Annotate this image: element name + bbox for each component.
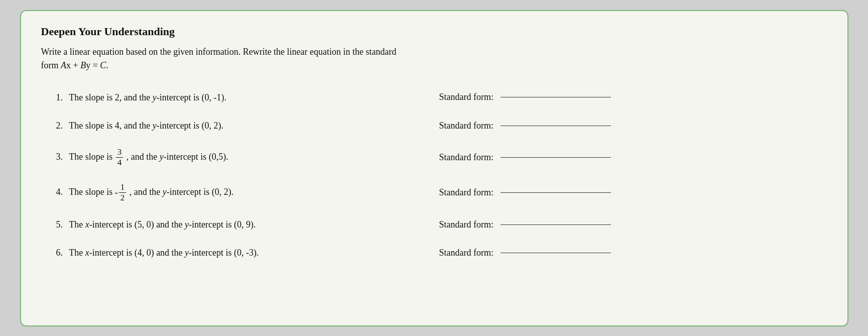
problem-2-right: Standard form:: [434, 111, 827, 140]
problem-3-answer-line: [501, 157, 611, 158]
problem-6-text: The x-intercept is (4, 0) and the y-inte…: [69, 248, 259, 258]
problem-3-text-suffix: , and the y-intercept is (0,5).: [127, 152, 228, 162]
problem-3-left: 3. The slope is 3 4 , and the y-intercep…: [41, 140, 434, 175]
problem-1-number: 1.: [56, 92, 63, 102]
problem-2-text: The slope is 4, and the y-intercept is (…: [69, 121, 223, 131]
problem-4-answer-line: [501, 192, 611, 193]
problem-5-text: The x-intercept is (5, 0) and the y-inte…: [69, 219, 256, 230]
problem-2-number: 2.: [56, 121, 63, 131]
problem-3-standard-label: Standard form:: [439, 152, 493, 163]
problem-6-left: 6. The x-intercept is (4, 0) and the y-i…: [41, 239, 434, 267]
problem-5-standard-label: Standard form:: [439, 219, 493, 230]
problem-1-answer-line: [501, 97, 611, 97]
problem-4-left: 4. The slope is - 1 2 , and the y-interc…: [41, 175, 434, 210]
problem-4-text-prefix: The slope is: [69, 187, 115, 197]
problem-4-neg-fraction: - 1 2: [115, 182, 128, 203]
problems-grid: 1. The slope is 2, and the y-intercept i…: [41, 83, 827, 268]
problem-4-fraction: 1 2: [119, 182, 127, 203]
problem-2-answer-line: [501, 126, 611, 126]
problem-4-minus: -: [115, 185, 118, 200]
problem-1-left: 1. The slope is 2, and the y-intercept i…: [41, 83, 434, 112]
problem-3-fraction-denominator: 4: [116, 158, 123, 168]
problem-4-number: 4.: [56, 187, 63, 197]
problem-6-standard-label: Standard form:: [439, 248, 493, 258]
problem-4-standard-label: Standard form:: [439, 187, 493, 198]
problem-6-right: Standard form:: [434, 239, 827, 267]
problem-2-left: 2. The slope is 4, and the y-intercept i…: [41, 111, 434, 140]
problem-1-right: Standard form:: [434, 83, 827, 112]
problem-3-text-prefix: The slope is: [69, 152, 115, 162]
instructions-line1: Write a linear equation based on the giv…: [41, 47, 397, 57]
problem-4-fraction-numerator: 1: [119, 182, 127, 193]
problem-2-standard-label: Standard form:: [439, 121, 493, 131]
problem-5-number: 5.: [56, 219, 63, 230]
problem-1-standard-label: Standard form:: [439, 92, 493, 102]
problem-3-number: 3.: [56, 152, 63, 162]
section-title: Deepen Your Understanding: [41, 25, 827, 38]
problem-4-text-suffix: , and the y-intercept is (0, 2).: [130, 187, 233, 197]
problem-4-right: Standard form:: [434, 175, 827, 210]
instructions: Write a linear equation based on the giv…: [41, 45, 827, 72]
problem-5-right: Standard form:: [434, 210, 827, 239]
main-card: Deepen Your Understanding Write a linear…: [20, 10, 848, 326]
problem-3-fraction: 3 4: [116, 147, 123, 168]
problem-5-answer-line: [501, 225, 611, 225]
problem-3-fraction-numerator: 3: [116, 147, 123, 158]
problem-3-right: Standard form:: [434, 140, 827, 175]
problem-5-left: 5. The x-intercept is (5, 0) and the y-i…: [41, 210, 434, 239]
problem-6-number: 6.: [56, 248, 63, 258]
problem-1-text: The slope is 2, and the y-intercept is (…: [69, 92, 226, 102]
problem-4-fraction-denominator: 2: [119, 193, 127, 203]
instructions-line2: form Ax + By = C.: [41, 60, 108, 70]
problem-6-answer-line: [501, 253, 611, 253]
